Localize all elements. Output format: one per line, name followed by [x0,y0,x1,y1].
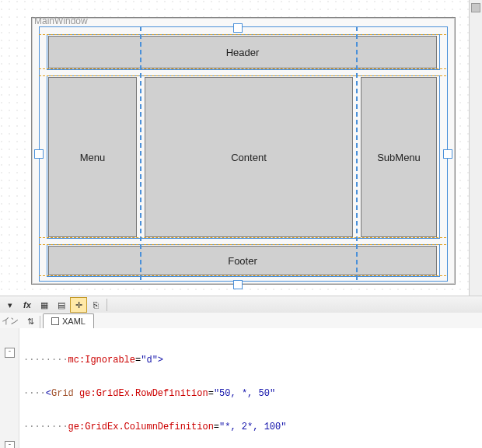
xaml-file-icon [51,317,59,325]
toolbar-separator [107,299,107,311]
toolbar-grid4-button[interactable]: ▦ [36,297,53,313]
designer-scrollbar[interactable] [469,0,482,296]
fx-icon: fx [23,300,31,310]
area-menu[interactable]: Menu [48,77,137,237]
code-line: ········ge:GridEx.ColumnDefinition="*, 2… [23,422,482,433]
toolbar-dropdown-button[interactable]: ▾ [2,297,19,313]
code-line: ····<Grid ge:GridEx.RowDefinition="50, *… [23,388,482,400]
resize-handle-right[interactable] [443,149,452,159]
tab-xaml-label: XAML [62,317,86,326]
swap-panes-icon[interactable]: ⇅ [23,314,37,328]
toolbar-copy-button[interactable]: ⎘ [87,297,104,313]
toolbar-snap-button[interactable]: ✛ [70,297,87,313]
toolbar-grid2-button[interactable]: ▤ [53,297,70,313]
window-title-label: MainWindow [34,16,88,26]
designer-canvas[interactable]: MainWindow Header Menu Content SubMenu F… [0,0,482,296]
designer-toolbar: ▾ fx ▦ ▤ ✛ ⎘ [0,296,482,314]
fold-toggle-icon[interactable]: - [5,348,15,358]
scrollbar-thumb[interactable] [471,3,480,12]
resize-handle-left[interactable] [34,149,44,159]
code-gutter: - - [0,328,19,448]
toolbar-fx-button[interactable]: fx [19,297,36,313]
resize-handle-bottom[interactable] [233,280,243,289]
code-lines: ········mc:Ignorable="d"> ····<Grid ge:G… [23,333,482,448]
tab-left-label: イン [2,315,19,327]
resize-handle-top[interactable] [233,23,243,33]
area-submenu[interactable]: SubMenu [361,77,437,237]
code-line: ········mc:Ignorable="d"> [23,355,482,366]
tab-separator [40,316,40,328]
area-footer[interactable]: Footer [48,246,437,275]
area-content[interactable]: Content [145,77,353,237]
xaml-code-editor[interactable]: - - ········mc:Ignorable="d"> ····<Grid … [0,328,482,448]
editor-tab-row: イン ⇅ XAML [0,313,482,329]
area-header[interactable]: Header [48,36,437,68]
tab-xaml[interactable]: XAML [43,313,94,328]
fold-toggle-icon[interactable]: - [5,441,15,448]
